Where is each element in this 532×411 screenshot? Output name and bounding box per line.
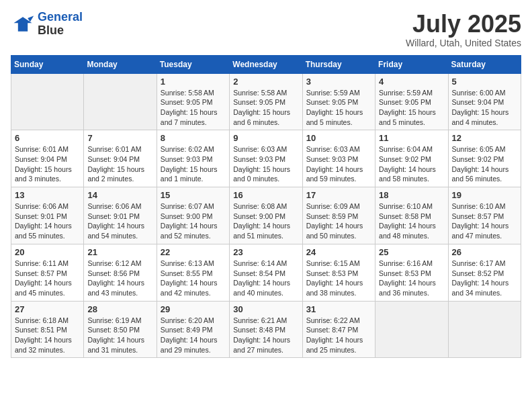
calendar-cell: 5Sunrise: 6:00 AM Sunset: 9:04 PM Daylig…: [448, 73, 521, 130]
page-header: GeneralBlue July 2025 Willard, Utah, Uni…: [11, 11, 521, 48]
day-number: 28: [87, 304, 152, 314]
calendar-cell: [375, 301, 448, 358]
calendar-cell: 24Sunrise: 6:15 AM Sunset: 8:53 PM Dayli…: [302, 244, 375, 301]
day-number: 17: [306, 190, 371, 200]
calendar-week-row: 1Sunrise: 5:58 AM Sunset: 9:05 PM Daylig…: [11, 73, 521, 130]
weekday-header: Friday: [375, 55, 448, 73]
calendar-table: SundayMondayTuesdayWednesdayThursdayFrid…: [11, 55, 521, 359]
day-content: Sunrise: 6:13 AM Sunset: 8:55 PM Dayligh…: [161, 259, 226, 298]
day-number: 26: [452, 247, 517, 257]
day-content: Sunrise: 6:06 AM Sunset: 9:01 PM Dayligh…: [15, 201, 80, 241]
day-number: 9: [233, 133, 298, 143]
calendar-cell: 12Sunrise: 6:05 AM Sunset: 9:02 PM Dayli…: [448, 130, 521, 187]
calendar-cell: 20Sunrise: 6:11 AM Sunset: 8:57 PM Dayli…: [11, 244, 84, 301]
calendar-cell: 14Sunrise: 6:06 AM Sunset: 9:01 PM Dayli…: [84, 187, 157, 244]
day-content: Sunrise: 6:20 AM Sunset: 8:49 PM Dayligh…: [161, 316, 226, 355]
day-number: 4: [379, 77, 444, 87]
day-content: Sunrise: 6:14 AM Sunset: 8:54 PM Dayligh…: [233, 259, 298, 298]
day-content: Sunrise: 6:03 AM Sunset: 9:03 PM Dayligh…: [306, 144, 371, 184]
day-content: Sunrise: 6:04 AM Sunset: 9:02 PM Dayligh…: [379, 144, 444, 184]
day-content: Sunrise: 6:16 AM Sunset: 8:53 PM Dayligh…: [379, 259, 444, 298]
logo-icon: [11, 12, 35, 36]
day-content: Sunrise: 6:05 AM Sunset: 9:02 PM Dayligh…: [452, 144, 517, 184]
calendar-cell: 1Sunrise: 5:58 AM Sunset: 9:05 PM Daylig…: [157, 73, 229, 130]
title-block: July 2025 Willard, Utah, United States: [406, 11, 521, 48]
calendar-cell: 19Sunrise: 6:10 AM Sunset: 8:57 PM Dayli…: [448, 187, 521, 244]
day-number: 30: [233, 304, 298, 314]
day-number: 21: [87, 247, 152, 257]
day-content: Sunrise: 6:08 AM Sunset: 9:00 PM Dayligh…: [233, 201, 298, 241]
month-year-title: July 2025: [406, 11, 521, 38]
calendar-cell: 31Sunrise: 6:22 AM Sunset: 8:47 PM Dayli…: [302, 301, 375, 358]
calendar-cell: 15Sunrise: 6:07 AM Sunset: 9:00 PM Dayli…: [157, 187, 229, 244]
day-content: Sunrise: 6:01 AM Sunset: 9:04 PM Dayligh…: [15, 144, 80, 184]
day-content: Sunrise: 6:10 AM Sunset: 8:57 PM Dayligh…: [452, 201, 517, 241]
day-number: 24: [306, 247, 371, 257]
day-content: Sunrise: 6:18 AM Sunset: 8:51 PM Dayligh…: [15, 316, 80, 355]
day-number: 20: [15, 247, 80, 257]
day-number: 14: [87, 190, 152, 200]
day-content: Sunrise: 5:59 AM Sunset: 9:05 PM Dayligh…: [379, 88, 444, 128]
calendar-cell: 16Sunrise: 6:08 AM Sunset: 9:00 PM Dayli…: [230, 187, 302, 244]
day-number: 16: [233, 190, 298, 200]
day-number: 5: [452, 77, 517, 87]
calendar-cell: [84, 73, 157, 130]
day-number: 27: [15, 304, 80, 314]
calendar-cell: 18Sunrise: 6:10 AM Sunset: 8:58 PM Dayli…: [375, 187, 448, 244]
location-subtitle: Willard, Utah, United States: [406, 38, 521, 48]
day-content: Sunrise: 6:19 AM Sunset: 8:50 PM Dayligh…: [87, 316, 152, 355]
calendar-cell: 8Sunrise: 6:02 AM Sunset: 9:03 PM Daylig…: [157, 130, 229, 187]
day-number: 18: [379, 190, 444, 200]
day-content: Sunrise: 6:02 AM Sunset: 9:03 PM Dayligh…: [161, 144, 226, 184]
day-number: 22: [161, 247, 226, 257]
weekday-header: Wednesday: [230, 55, 302, 73]
day-number: 19: [452, 190, 517, 200]
day-content: Sunrise: 5:58 AM Sunset: 9:05 PM Dayligh…: [161, 88, 226, 128]
day-content: Sunrise: 6:22 AM Sunset: 8:47 PM Dayligh…: [306, 316, 371, 355]
day-number: 23: [233, 247, 298, 257]
day-content: Sunrise: 6:07 AM Sunset: 9:00 PM Dayligh…: [161, 201, 226, 241]
calendar-cell: 3Sunrise: 5:59 AM Sunset: 9:05 PM Daylig…: [302, 73, 375, 130]
weekday-header: Sunday: [11, 55, 84, 73]
calendar-cell: 17Sunrise: 6:09 AM Sunset: 8:59 PM Dayli…: [302, 187, 375, 244]
calendar-week-row: 6Sunrise: 6:01 AM Sunset: 9:04 PM Daylig…: [11, 130, 521, 187]
weekday-header: Monday: [84, 55, 157, 73]
calendar-week-row: 20Sunrise: 6:11 AM Sunset: 8:57 PM Dayli…: [11, 244, 521, 301]
logo: GeneralBlue: [11, 11, 83, 38]
day-content: Sunrise: 6:01 AM Sunset: 9:04 PM Dayligh…: [87, 144, 152, 184]
day-number: 15: [161, 190, 226, 200]
day-content: Sunrise: 6:09 AM Sunset: 8:59 PM Dayligh…: [306, 201, 371, 241]
day-number: 29: [161, 304, 226, 314]
calendar-cell: [448, 301, 521, 358]
calendar-cell: 28Sunrise: 6:19 AM Sunset: 8:50 PM Dayli…: [84, 301, 157, 358]
day-number: 3: [306, 77, 371, 87]
calendar-cell: 25Sunrise: 6:16 AM Sunset: 8:53 PM Dayli…: [375, 244, 448, 301]
day-number: 12: [452, 133, 517, 143]
day-number: 7: [87, 133, 152, 143]
calendar-cell: 6Sunrise: 6:01 AM Sunset: 9:04 PM Daylig…: [11, 130, 84, 187]
day-content: Sunrise: 5:58 AM Sunset: 9:05 PM Dayligh…: [233, 88, 298, 128]
day-number: 10: [306, 133, 371, 143]
day-content: Sunrise: 6:17 AM Sunset: 8:52 PM Dayligh…: [452, 259, 517, 298]
day-number: 13: [15, 190, 80, 200]
calendar-cell: 13Sunrise: 6:06 AM Sunset: 9:01 PM Dayli…: [11, 187, 84, 244]
calendar-cell: 9Sunrise: 6:03 AM Sunset: 9:03 PM Daylig…: [230, 130, 302, 187]
day-number: 11: [379, 133, 444, 143]
day-content: Sunrise: 6:10 AM Sunset: 8:58 PM Dayligh…: [379, 201, 444, 241]
day-content: Sunrise: 6:15 AM Sunset: 8:53 PM Dayligh…: [306, 259, 371, 298]
day-content: Sunrise: 6:21 AM Sunset: 8:48 PM Dayligh…: [233, 316, 298, 355]
calendar-cell: [11, 73, 84, 130]
day-content: Sunrise: 6:12 AM Sunset: 8:56 PM Dayligh…: [87, 259, 152, 298]
calendar-cell: 29Sunrise: 6:20 AM Sunset: 8:49 PM Dayli…: [157, 301, 229, 358]
calendar-cell: 2Sunrise: 5:58 AM Sunset: 9:05 PM Daylig…: [230, 73, 302, 130]
calendar-week-row: 27Sunrise: 6:18 AM Sunset: 8:51 PM Dayli…: [11, 301, 521, 358]
weekday-header: Thursday: [302, 55, 375, 73]
weekday-header: Saturday: [448, 55, 521, 73]
calendar-cell: 22Sunrise: 6:13 AM Sunset: 8:55 PM Dayli…: [157, 244, 229, 301]
day-content: Sunrise: 5:59 AM Sunset: 9:05 PM Dayligh…: [306, 88, 371, 128]
day-content: Sunrise: 6:06 AM Sunset: 9:01 PM Dayligh…: [87, 201, 152, 241]
day-number: 31: [306, 304, 371, 314]
calendar-cell: 23Sunrise: 6:14 AM Sunset: 8:54 PM Dayli…: [230, 244, 302, 301]
day-number: 25: [379, 247, 444, 257]
day-number: 1: [161, 77, 226, 87]
